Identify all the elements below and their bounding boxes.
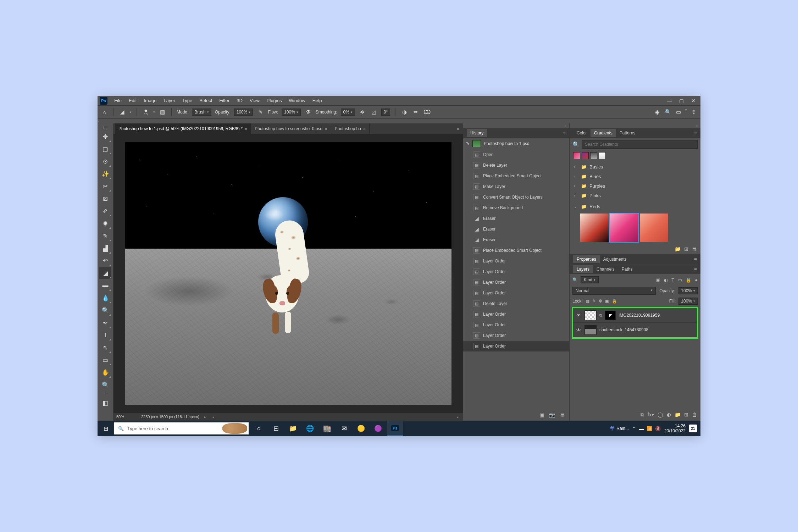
gradient-swatch[interactable] <box>590 152 597 159</box>
eraser-tool-icon[interactable]: ◢ <box>118 108 126 116</box>
document-tab[interactable]: Photoshop how to 1.psd @ 50% (IMG2022101… <box>115 123 251 134</box>
status-menu-icon[interactable]: ▸ <box>203 415 207 419</box>
color-swap-icon[interactable]: ◧ <box>99 397 111 409</box>
gradient-preset[interactable] <box>640 214 668 242</box>
gradient-preset[interactable] <box>580 214 609 242</box>
lock-pixels-icon[interactable]: ✎ <box>592 299 596 304</box>
collapse-right-icon[interactable]: » <box>696 124 698 128</box>
zoom-tool[interactable]: 🔍 <box>99 379 111 391</box>
gradient-folder[interactable]: ›📁Basics <box>570 162 700 172</box>
properties-menu-icon[interactable]: ≡ <box>694 256 697 262</box>
dodge-tool[interactable]: 🔍 <box>99 304 111 316</box>
adjustments-tab[interactable]: Adjustments <box>600 255 630 263</box>
collapse-left-icon[interactable]: » <box>98 119 100 123</box>
gradient-tool[interactable]: ▬ <box>99 279 111 292</box>
flow-input[interactable]: 100%▾ <box>282 109 301 116</box>
lock-transparency-icon[interactable]: ▦ <box>586 299 589 304</box>
layer-row[interactable]: 👁 ⧉ ◤ IMG20221019091959 <box>573 308 697 323</box>
filter-type-icon[interactable]: T <box>671 277 674 283</box>
cortana-icon[interactable]: ○ <box>251 421 267 436</box>
layer-mask-icon[interactable]: ◯ <box>658 412 663 418</box>
color-tab[interactable]: Color <box>573 129 591 137</box>
type-tool[interactable]: T <box>99 329 111 341</box>
menu-view[interactable]: View <box>246 96 263 105</box>
cloud-docs-icon[interactable]: ◉ <box>653 108 661 116</box>
history-tab[interactable]: History <box>467 129 487 137</box>
filter-pixel-icon[interactable]: ▣ <box>656 277 660 283</box>
erase-history-icon[interactable]: ◑ <box>400 108 408 116</box>
layer-visibility-icon[interactable]: 👁 <box>575 327 582 333</box>
properties-tab[interactable]: Properties <box>573 255 600 263</box>
pen-tool[interactable]: ✒ <box>99 317 111 329</box>
gradient-folder[interactable]: ›📁Blues <box>570 172 700 181</box>
gradient-swatch[interactable] <box>573 152 580 159</box>
collapse-panels-icon[interactable]: » <box>564 124 566 128</box>
channels-tab[interactable]: Channels <box>593 265 618 273</box>
menu-layer[interactable]: Layer <box>161 96 179 105</box>
new-layer-icon[interactable]: ⊞ <box>684 412 688 418</box>
gradient-swatch[interactable] <box>582 152 589 159</box>
task-view-icon[interactable]: ⊟ <box>268 421 284 436</box>
lasso-tool[interactable]: ⊙ <box>99 155 111 167</box>
adjustment-layer-icon[interactable]: ◐ <box>667 412 671 418</box>
mode-dropdown[interactable]: Brush▾ <box>192 109 211 116</box>
gradient-swatch[interactable] <box>599 152 606 159</box>
mask-link-icon[interactable]: ⧉ <box>599 313 602 318</box>
move-tool[interactable]: ✥ <box>99 131 111 143</box>
weather-widget[interactable]: ☔ Rain... <box>610 426 629 431</box>
workspace-icon[interactable]: ▭ <box>675 108 682 116</box>
smoothing-gear-icon[interactable]: ✲ <box>359 108 366 116</box>
history-state[interactable]: ◢Eraser <box>463 224 569 234</box>
blend-mode-dropdown[interactable]: Normal▾ <box>572 287 656 295</box>
photoshop-taskbar-icon[interactable]: Ps <box>387 421 403 436</box>
filter-shape-icon[interactable]: ▭ <box>678 277 682 283</box>
scroll-left-icon[interactable]: ◂ <box>211 415 216 419</box>
delete-state-icon[interactable]: 🗑 <box>560 412 565 418</box>
layers-menu-icon[interactable]: ≡ <box>694 266 697 272</box>
history-state[interactable]: ▤Open <box>463 149 569 160</box>
taskbar-search[interactable]: 🔍 Type here to search <box>114 422 249 434</box>
tray-chevron-icon[interactable]: ⌃ <box>632 426 636 431</box>
gradients-search-input[interactable] <box>582 140 698 149</box>
filter-toggle-icon[interactable]: ● <box>695 277 698 283</box>
menu-plugins[interactable]: Plugins <box>264 96 285 105</box>
history-state[interactable]: ▤Delete Layer <box>463 298 569 309</box>
layer-thumb[interactable] <box>584 325 597 335</box>
history-state[interactable]: ◢Eraser <box>463 234 569 245</box>
magic-wand-tool[interactable]: ✨ <box>99 168 111 180</box>
zoom-level[interactable]: 50% <box>116 415 138 419</box>
layer-opacity-input[interactable]: 100%▾ <box>678 287 698 294</box>
history-state[interactable]: ▤Layer Order <box>463 288 569 298</box>
pressure-opacity-icon[interactable]: ✎ <box>256 108 264 116</box>
history-brush-source-icon[interactable]: ✎ <box>466 141 470 146</box>
layer-filter-kind[interactable]: Kind▾ <box>581 276 599 283</box>
new-gradient-icon[interactable]: ⊞ <box>684 246 688 252</box>
history-brush-tool[interactable]: ↶ <box>99 255 111 267</box>
marquee-tool[interactable]: ▢ <box>99 143 111 155</box>
menu-select[interactable]: Select <box>196 96 215 105</box>
close-tab-icon[interactable]: × <box>363 126 366 132</box>
history-state[interactable]: ▤Layer Order <box>463 320 569 330</box>
brush-panel-icon[interactable]: ▥ <box>159 108 166 116</box>
hand-tool[interactable]: ✋ <box>99 366 111 378</box>
close-tab-icon[interactable]: × <box>325 126 327 132</box>
wifi-icon[interactable]: 📶 <box>647 426 652 431</box>
chrome-icon[interactable]: 🟡 <box>353 421 369 436</box>
eyedropper-tool[interactable]: ✐ <box>99 205 111 217</box>
filter-smart-icon[interactable]: 🔒 <box>686 277 691 283</box>
battery-icon[interactable]: ▬ <box>639 426 644 431</box>
delete-gradient-icon[interactable]: 🗑 <box>692 246 697 252</box>
menu-help[interactable]: Help <box>309 96 325 105</box>
eraser-tool[interactable]: ◢ <box>99 267 111 279</box>
patterns-tab[interactable]: Patterns <box>616 129 639 137</box>
history-state[interactable]: ◢Eraser <box>463 213 569 224</box>
layer-group-icon[interactable]: 📁 <box>675 412 681 418</box>
tools-grip-icon[interactable]: ⋮⋮ <box>102 126 109 129</box>
close-button[interactable]: ✕ <box>688 97 698 104</box>
paths-tab[interactable]: Paths <box>618 265 636 273</box>
notifications-icon[interactable]: 21 <box>689 425 697 432</box>
history-menu-icon[interactable]: ≡ <box>563 130 566 136</box>
layer-row[interactable]: 👁 shutterstock_1454730908 <box>573 323 697 337</box>
close-tab-icon[interactable]: × <box>245 126 248 132</box>
history-state[interactable]: ▤Layer Order <box>463 266 569 277</box>
